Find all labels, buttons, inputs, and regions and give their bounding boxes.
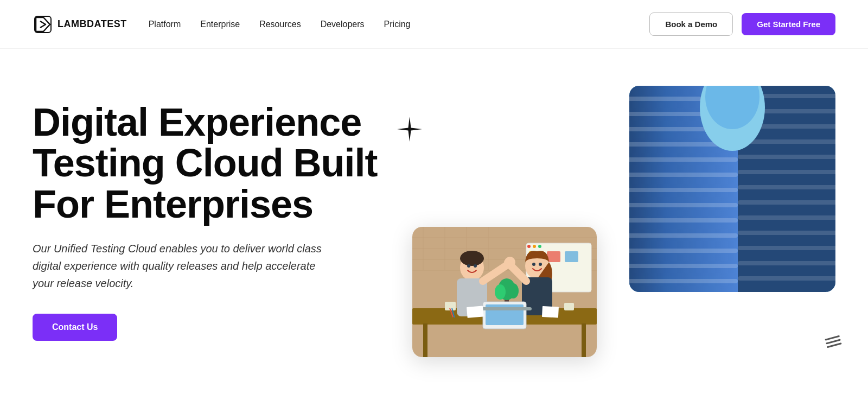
svg-point-48 bbox=[538, 245, 541, 248]
svg-rect-12 bbox=[629, 218, 738, 223]
svg-rect-67 bbox=[477, 307, 532, 310]
svg-rect-15 bbox=[629, 264, 738, 268]
svg-rect-28 bbox=[738, 246, 835, 250]
svg-rect-8 bbox=[629, 157, 738, 162]
svg-rect-27 bbox=[738, 231, 835, 235]
svg-rect-9 bbox=[629, 173, 738, 177]
logo-text: LAMBDATEST bbox=[58, 18, 127, 30]
svg-rect-51 bbox=[565, 251, 578, 262]
get-started-button[interactable]: Get Started Free bbox=[742, 13, 835, 35]
nav-actions: Book a Demo Get Started Free bbox=[649, 12, 835, 36]
svg-point-54 bbox=[495, 284, 506, 300]
svg-rect-22 bbox=[738, 155, 835, 159]
svg-point-73 bbox=[474, 264, 477, 268]
decorative-slashes bbox=[825, 335, 841, 348]
svg-rect-70 bbox=[467, 306, 484, 318]
svg-rect-43 bbox=[423, 323, 427, 357]
svg-point-46 bbox=[527, 245, 531, 248]
svg-rect-23 bbox=[738, 170, 835, 174]
svg-rect-69 bbox=[564, 303, 574, 310]
svg-rect-10 bbox=[629, 188, 738, 192]
svg-rect-25 bbox=[738, 200, 835, 205]
nav-item-platform[interactable]: Platform bbox=[149, 20, 181, 29]
svg-rect-16 bbox=[629, 279, 738, 283]
hero-right bbox=[401, 86, 835, 357]
nav-item-developers[interactable]: Developers bbox=[321, 20, 365, 29]
svg-point-72 bbox=[467, 264, 470, 268]
hero-subtitle: Our Unified Testing Cloud enables you to… bbox=[33, 240, 326, 292]
svg-rect-50 bbox=[547, 251, 560, 262]
architecture-image bbox=[629, 86, 835, 292]
architecture-svg bbox=[629, 86, 835, 292]
contact-us-button[interactable]: Contact Us bbox=[33, 314, 117, 341]
svg-rect-44 bbox=[582, 323, 586, 357]
svg-rect-26 bbox=[738, 215, 835, 220]
svg-rect-24 bbox=[738, 185, 835, 189]
svg-rect-14 bbox=[629, 249, 738, 253]
hero-title: Digital Experience Testing Cloud Built F… bbox=[33, 102, 380, 225]
svg-point-74 bbox=[532, 263, 535, 266]
svg-point-75 bbox=[539, 263, 542, 266]
team-image bbox=[412, 227, 597, 357]
svg-rect-71 bbox=[542, 306, 559, 318]
logo[interactable]: LAMBDATEST bbox=[33, 14, 127, 35]
hero-left: Digital Experience Testing Cloud Built F… bbox=[33, 102, 401, 341]
nav-links: Platform Enterprise Resources Developers… bbox=[149, 20, 650, 29]
svg-point-64 bbox=[504, 258, 514, 268]
logo-icon bbox=[33, 14, 53, 35]
svg-rect-29 bbox=[738, 261, 835, 265]
svg-rect-30 bbox=[738, 276, 835, 281]
svg-rect-13 bbox=[629, 233, 738, 238]
sparkle-icon bbox=[396, 116, 423, 149]
svg-point-55 bbox=[508, 283, 519, 298]
svg-point-47 bbox=[533, 245, 536, 248]
nav-item-resources[interactable]: Resources bbox=[259, 20, 301, 29]
team-svg bbox=[412, 227, 597, 357]
nav-item-pricing[interactable]: Pricing bbox=[384, 20, 411, 29]
nav-item-enterprise[interactable]: Enterprise bbox=[200, 20, 240, 29]
svg-point-57 bbox=[460, 251, 484, 266]
svg-rect-11 bbox=[629, 203, 738, 207]
hero-section: Digital Experience Testing Cloud Built F… bbox=[0, 49, 868, 394]
book-demo-button[interactable]: Book a Demo bbox=[649, 12, 733, 36]
navbar: LAMBDATEST Platform Enterprise Resources… bbox=[0, 0, 868, 49]
